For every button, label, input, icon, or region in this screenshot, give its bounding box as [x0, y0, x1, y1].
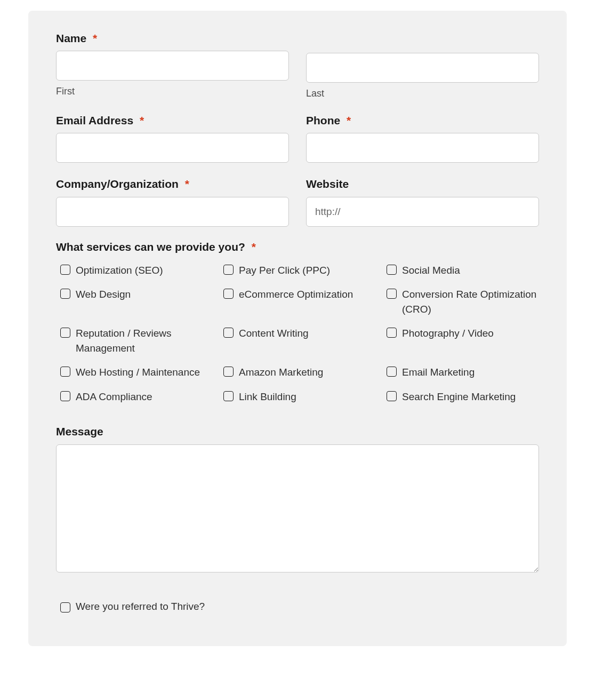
checkbox-label: Conversion Rate Optimization (CRO)	[402, 287, 539, 316]
contact-form: Name * First Last Email Address * Phone …	[28, 11, 567, 646]
service-option-reputation[interactable]: Reputation / Reviews Management	[56, 326, 213, 355]
name-label-text: Name	[56, 32, 86, 44]
referral-option[interactable]: Were you referred to Thrive?	[60, 599, 539, 614]
checkbox-input[interactable]	[223, 391, 234, 401]
checkbox-label: Pay Per Click (PPC)	[239, 263, 330, 278]
website-label: Website	[306, 177, 539, 191]
checkbox-input[interactable]	[387, 289, 397, 299]
phone-label-text: Phone	[306, 114, 340, 126]
website-col: Website	[306, 177, 539, 226]
checkbox-input[interactable]	[60, 602, 70, 612]
required-asterisk: *	[252, 241, 256, 253]
checkbox-input[interactable]	[223, 367, 234, 377]
company-col: Company/Organization *	[56, 177, 289, 226]
phone-input[interactable]	[306, 133, 539, 163]
checkbox-label: Social Media	[402, 263, 460, 278]
service-option-email-marketing[interactable]: Email Marketing	[382, 365, 539, 380]
checkbox-input[interactable]	[387, 328, 397, 338]
service-option-content-writing[interactable]: Content Writing	[219, 326, 376, 355]
checkbox-label: Amazon Marketing	[239, 365, 323, 380]
message-label-text: Message	[56, 425, 103, 438]
email-input[interactable]	[56, 133, 289, 163]
referral-label: Were you referred to Thrive?	[76, 599, 205, 614]
required-asterisk: *	[93, 32, 97, 44]
checkbox-label: Web Design	[76, 287, 131, 302]
last-name-sublabel: Last	[306, 88, 539, 99]
service-option-ecommerce[interactable]: eCommerce Optimization	[219, 287, 376, 316]
checkbox-input[interactable]	[387, 265, 397, 275]
required-asterisk: *	[140, 114, 144, 126]
checkbox-input[interactable]	[60, 367, 70, 377]
website-label-text: Website	[306, 178, 349, 190]
company-website-row: Company/Organization * Website	[56, 177, 539, 226]
checkbox-label: Link Building	[239, 389, 296, 404]
service-option-amazon[interactable]: Amazon Marketing	[219, 365, 376, 380]
service-option-cro[interactable]: Conversion Rate Optimization (CRO)	[382, 287, 539, 316]
services-grid: Optimization (SEO) Pay Per Click (PPC) S…	[56, 263, 539, 404]
message-textarea[interactable]	[56, 444, 539, 572]
name-row: Name * First Last	[56, 31, 539, 99]
spacer	[306, 31, 539, 47]
checkbox-input[interactable]	[60, 328, 70, 338]
service-option-photo-video[interactable]: Photography / Video	[382, 326, 539, 355]
service-option-hosting[interactable]: Web Hosting / Maintenance	[56, 365, 213, 380]
checkbox-input[interactable]	[223, 328, 234, 338]
service-option-web-design[interactable]: Web Design	[56, 287, 213, 316]
email-phone-row: Email Address * Phone *	[56, 113, 539, 163]
last-name-input[interactable]	[306, 53, 539, 83]
message-label: Message	[56, 425, 539, 438]
service-option-seo[interactable]: Optimization (SEO)	[56, 263, 213, 278]
company-label: Company/Organization *	[56, 177, 289, 191]
name-label: Name *	[56, 31, 289, 45]
phone-col: Phone *	[306, 113, 539, 163]
name-first-col: Name * First	[56, 31, 289, 99]
service-option-social-media[interactable]: Social Media	[382, 263, 539, 278]
checkbox-input[interactable]	[223, 265, 234, 275]
name-last-col: Last	[306, 31, 539, 99]
company-label-text: Company/Organization	[56, 178, 179, 190]
website-input[interactable]	[306, 197, 539, 227]
service-option-ppc[interactable]: Pay Per Click (PPC)	[219, 263, 376, 278]
first-name-input[interactable]	[56, 51, 289, 81]
phone-label: Phone *	[306, 113, 539, 128]
referral-row: Were you referred to Thrive?	[56, 599, 539, 614]
company-input[interactable]	[56, 197, 289, 227]
checkbox-label: Photography / Video	[402, 326, 494, 341]
email-col: Email Address *	[56, 113, 289, 163]
services-label-text: What services can we provide you?	[56, 241, 245, 253]
first-name-sublabel: First	[56, 86, 289, 97]
checkbox-label: Search Engine Marketing	[402, 389, 516, 404]
checkbox-label: Optimization (SEO)	[76, 263, 163, 278]
services-label: What services can we provide you? *	[56, 241, 539, 253]
checkbox-label: eCommerce Optimization	[239, 287, 353, 302]
email-label-text: Email Address	[56, 114, 133, 126]
checkbox-label: Web Hosting / Maintenance	[76, 365, 200, 380]
checkbox-input[interactable]	[223, 289, 234, 299]
checkbox-input[interactable]	[387, 391, 397, 401]
checkbox-label: Reputation / Reviews Management	[76, 326, 213, 355]
checkbox-label: Content Writing	[239, 326, 309, 341]
email-label: Email Address *	[56, 113, 289, 128]
service-option-link-building[interactable]: Link Building	[219, 389, 376, 404]
service-option-ada[interactable]: ADA Compliance	[56, 389, 213, 404]
required-asterisk: *	[347, 114, 351, 126]
checkbox-label: ADA Compliance	[76, 389, 152, 404]
checkbox-input[interactable]	[387, 367, 397, 377]
service-option-sem[interactable]: Search Engine Marketing	[382, 389, 539, 404]
checkbox-label: Email Marketing	[402, 365, 475, 380]
checkbox-input[interactable]	[60, 265, 70, 275]
checkbox-input[interactable]	[60, 391, 70, 401]
checkbox-input[interactable]	[60, 289, 70, 299]
required-asterisk: *	[185, 178, 189, 190]
